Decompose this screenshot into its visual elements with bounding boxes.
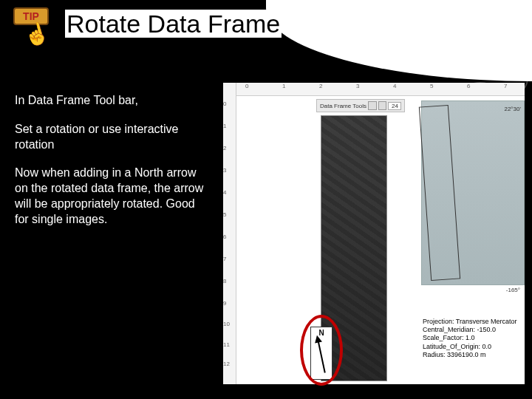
body-p2: Set a rotation or use interactive rotati…	[15, 122, 207, 153]
layout-figure: 0 1 2 3 4 5 6 7 0 1 2 3 4 5 6 7 8 9 10 1…	[223, 83, 525, 384]
rotation-input[interactable]: 24	[388, 102, 401, 110]
rotate-ccw-icon[interactable]	[368, 101, 377, 110]
data-frame-toolbar[interactable]: Data Frame Tools 24	[316, 99, 405, 112]
north-arrow: N	[310, 327, 332, 380]
tip-icon: TIP ☝	[9, 4, 55, 50]
rotate-cw-icon[interactable]	[378, 101, 387, 110]
body-text: In Data Frame Tool bar, Set a rotation o…	[15, 93, 207, 241]
proj-line: Projection: Transverse Mercator	[423, 318, 523, 326]
body-p3: Now when adding in a North arrow on the …	[15, 166, 207, 227]
context-lat-label: 22°30'	[504, 106, 521, 112]
page-subtitle: North arrow will follow	[65, 39, 532, 58]
context-map: 22°30'	[421, 100, 525, 285]
proj-line: Scale_Factor: 1.0	[423, 334, 523, 342]
layout-canvas: 22°30' -165° Data Frame Tools 24 N Proje…	[236, 96, 525, 384]
page-title: Rotate Data Frame	[65, 10, 282, 38]
ruler-horizontal: 0 1 2 3 4 5 6 7	[223, 83, 525, 96]
footprint-outline	[419, 105, 460, 281]
context-lon-label: -165°	[506, 287, 520, 293]
proj-line: Central_Meridian: -150.0	[423, 326, 523, 334]
proj-line: Radius: 3396190.0 m	[423, 351, 523, 359]
toolbar-label: Data Frame Tools	[320, 103, 366, 109]
projection-info: Projection: Transverse Mercator Central_…	[423, 318, 523, 359]
ruler-vertical: 0 1 2 3 4 5 6 7 8 9 10 11 12	[223, 83, 236, 384]
body-p1: In Data Frame Tool bar,	[15, 93, 207, 109]
proj-line: Latitude_Of_Origin: 0.0	[423, 343, 523, 351]
north-arrow-icon	[317, 339, 326, 372]
